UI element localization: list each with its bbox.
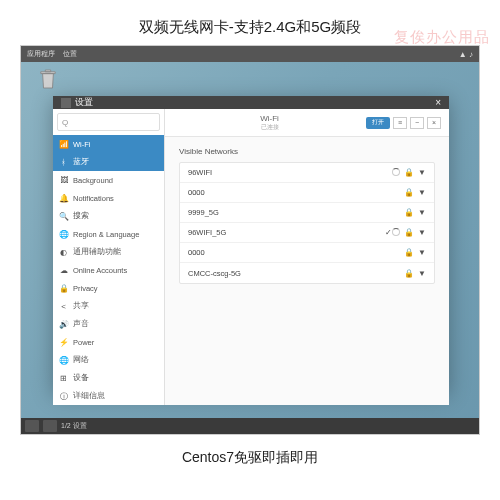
window-icon [61,98,71,108]
window-title: 设置 [75,96,93,109]
taskbar[interactable]: 1/2 设置 [21,418,479,434]
sidebar-item-5[interactable]: 🌐Region & Language [53,225,164,243]
sidebar-item-9[interactable]: <共享 [53,297,164,315]
sidebar-item-icon: 🖼 [59,176,68,185]
sidebar-item-3[interactable]: 🔔Notifications [53,189,164,207]
sidebar-item-12[interactable]: 🌐网络 [53,351,164,369]
menu-places[interactable]: 位置 [63,49,77,59]
sidebar-item-label: 蓝牙 [73,157,89,167]
sidebar-item-10[interactable]: 🔊声音 [53,315,164,333]
network-name: 9999_5G [188,208,404,217]
network-row[interactable]: 9999_5G🔒▼ [180,203,434,223]
sidebar-item-label: Notifications [73,194,114,203]
sidebar-item-4[interactable]: 🔍搜索 [53,207,164,225]
network-row[interactable]: 96WIFI_5G✓🔒▼ [180,223,434,243]
window-titlebar[interactable]: 设置 × [53,96,449,109]
network-name: 0000 [188,248,404,257]
sidebar-item-label: Region & Language [73,230,139,239]
signal-icon: ▼ [418,248,426,257]
sidebar-item-icon: 🌐 [59,230,68,239]
settings-window: 设置 × Q 📶Wi-Fiᚼ蓝牙🖼Background🔔Notification… [53,96,449,392]
sidebar-item-label: Background [73,176,113,185]
sidebar-item-label: Online Accounts [73,266,127,275]
sidebar-item-2[interactable]: 🖼Background [53,171,164,189]
signal-icon: ▼ [418,168,426,177]
sidebar-item-icon: ⚡ [59,338,68,347]
network-row[interactable]: 0000🔒▼ [180,183,434,203]
settings-main-panel: Wi-Fi 已连接 打开 ≡ − × Visible Networks 96WI… [165,109,449,405]
lock-icon: 🔒 [404,168,414,177]
visible-networks-label: Visible Networks [179,147,435,156]
sidebar-item-icon: < [59,302,68,311]
header-close-button[interactable]: × [427,117,441,129]
header-minimize-button[interactable]: − [410,117,424,129]
lock-icon: 🔒 [404,248,414,257]
sidebar-item-icon: ◐ [59,248,68,257]
sidebar-item-6[interactable]: ◐通用辅助功能 [53,243,164,261]
desktop-area: 应用程序 位置 ▲ ♪ 设置 × Q 📶Wi-Fiᚼ蓝牙🖼Background🔔… [20,45,480,435]
header-menu-button[interactable]: ≡ [393,117,407,129]
signal-icon: ▼ [418,228,426,237]
tray-icons[interactable]: ▲ ♪ [459,50,473,59]
sidebar-item-icon: 📶 [59,140,68,149]
taskbar-label: 1/2 设置 [61,421,87,431]
menu-applications[interactable]: 应用程序 [27,49,55,59]
window-close-button[interactable]: × [435,97,441,108]
network-row[interactable]: CMCC-cscg-5G🔒▼ [180,263,434,283]
sidebar-item-icon: ⓘ [59,392,68,401]
network-name: CMCC-cscg-5G [188,269,404,278]
sidebar-item-label: Power [73,338,94,347]
sidebar-item-11[interactable]: ⚡Power [53,333,164,351]
network-row[interactable]: 96WIFI🔒▼ [180,163,434,183]
sidebar-item-icon: ᚼ [59,158,68,167]
loading-icon [392,228,400,236]
panel-subtitle: 已连接 [173,123,366,132]
network-name: 96WIFI [188,168,392,177]
signal-icon: ▼ [418,188,426,197]
signal-icon: ▼ [418,208,426,217]
sidebar-item-label: Wi-Fi [73,140,91,149]
page-bottom-title: Centos7免驱即插即用 [0,435,500,481]
sidebar-item-0[interactable]: 📶Wi-Fi [53,135,164,153]
signal-icon: ▼ [418,269,426,278]
lock-icon: 🔒 [404,269,414,278]
sidebar-search[interactable]: Q [57,113,160,131]
sidebar-item-icon: 🌐 [59,356,68,365]
search-icon: Q [62,118,68,127]
sidebar-item-14[interactable]: ⓘ详细信息 [53,387,164,405]
taskbar-button[interactable] [25,420,39,432]
panel-header: Wi-Fi 已连接 打开 ≡ − × [165,109,449,137]
network-list: 96WIFI🔒▼0000🔒▼9999_5G🔒▼96WIFI_5G✓🔒▼0000🔒… [179,162,435,284]
sidebar-item-label: 设备 [73,373,89,383]
sidebar-item-label: 网络 [73,355,89,365]
sidebar-item-label: 声音 [73,319,89,329]
gnome-menubar[interactable]: 应用程序 位置 ▲ ♪ [21,46,479,62]
sidebar-item-icon: ⊞ [59,374,68,383]
sidebar-item-1[interactable]: ᚼ蓝牙 [53,153,164,171]
sidebar-item-icon: ☁ [59,266,68,275]
sidebar-item-label: 详细信息 [73,391,105,401]
lock-icon: 🔒 [404,228,414,237]
network-row[interactable]: 0000🔒▼ [180,243,434,263]
panel-title: Wi-Fi [173,114,366,123]
sidebar-item-icon: 🔍 [59,212,68,221]
sidebar-item-icon: 🔔 [59,194,68,203]
network-name: 96WIFI_5G [188,228,381,237]
sidebar-item-label: 通用辅助功能 [73,247,121,257]
network-name: 0000 [188,188,404,197]
sidebar-item-label: Privacy [73,284,98,293]
sidebar-item-icon: 🔊 [59,320,68,329]
sidebar-item-8[interactable]: 🔒Privacy [53,279,164,297]
loading-icon [392,168,400,176]
sidebar-item-label: 搜索 [73,211,89,221]
trash-icon[interactable] [39,68,57,90]
wifi-toggle[interactable]: 打开 [366,117,390,129]
lock-icon: 🔒 [404,188,414,197]
lock-icon: 🔒 [404,208,414,217]
sidebar-item-7[interactable]: ☁Online Accounts [53,261,164,279]
settings-sidebar: Q 📶Wi-Fiᚼ蓝牙🖼Background🔔Notifications🔍搜索🌐… [53,109,165,405]
sidebar-item-icon: 🔒 [59,284,68,293]
sidebar-item-label: 共享 [73,301,89,311]
sidebar-item-13[interactable]: ⊞设备 [53,369,164,387]
taskbar-button[interactable] [43,420,57,432]
